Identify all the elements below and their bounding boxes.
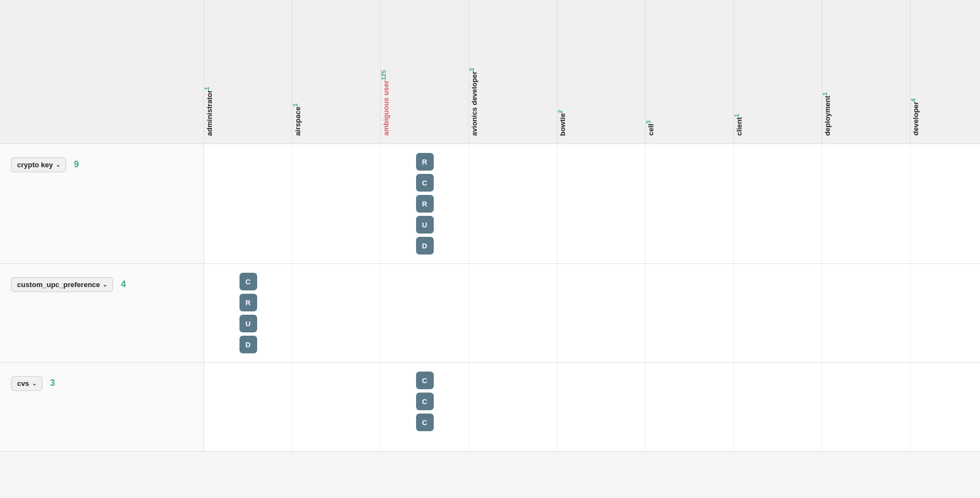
crud-badge-R: R (416, 153, 434, 171)
column-headers: administrator1airspace1ambiguous user125… (204, 0, 980, 144)
cell-crypto_key-ambiguous_user: RCRUD (381, 144, 469, 263)
col-header-airspace: airspace1 (292, 0, 381, 144)
cell-crypto_key-developer (910, 144, 980, 263)
data-cells-custom_upc_preference: CRUD (204, 264, 980, 362)
row-label-btn-crypto_key[interactable]: crypto key ⌄ (11, 157, 66, 172)
col-label-deployment: deployment1 (822, 92, 831, 136)
cell-custom_upc_preference-administrator: CRUD (204, 264, 292, 362)
cell-crypto_key-cell (646, 144, 734, 263)
crud-badge-R: R (239, 294, 257, 311)
row-label-cell-custom_upc_preference: custom_upc_preference ⌄4 (0, 264, 204, 362)
crud-badge-R: R (416, 195, 434, 213)
cell-crypto_key-bowtie (557, 144, 646, 263)
col-label-cell: cell3 (646, 120, 654, 136)
cell-cvs-cell (646, 363, 734, 451)
main-table: administrator1airspace1ambiguous user125… (0, 0, 980, 498)
crud-badge-C: C (239, 273, 257, 290)
cell-custom_upc_preference-ambiguous_user (381, 264, 469, 362)
crud-badge-C: C (416, 174, 434, 192)
col-header-cell: cell3 (646, 0, 734, 144)
col-header-deployment: deployment1 (822, 0, 910, 144)
cell-custom_upc_preference-client (734, 264, 822, 362)
cell-custom_upc_preference-deployment (822, 264, 910, 362)
col-header-bowtie: bowtie2 (557, 0, 646, 144)
col-label-avionics_developer: avionics developer3 (469, 68, 478, 136)
row-count-custom_upc_preference: 4 (121, 277, 126, 289)
col-label-bowtie: bowtie2 (557, 110, 566, 136)
row-count-crypto_key: 9 (74, 157, 79, 169)
cell-crypto_key-airspace (292, 144, 381, 263)
cell-cvs-airspace (292, 363, 381, 451)
crud-badge-D: D (239, 336, 257, 353)
table-row-custom_upc_preference: custom_upc_preference ⌄4CRUD (0, 264, 980, 363)
row-label-btn-cvs[interactable]: cvs ⌄ (11, 376, 42, 391)
cell-custom_upc_preference-airspace (292, 264, 381, 362)
cell-custom_upc_preference-developer (910, 264, 980, 362)
crud-badge-C: C (416, 372, 434, 389)
crud-badge-C: C (416, 393, 434, 410)
col-header-avionics_developer: avionics developer3 (469, 0, 557, 144)
cell-crypto_key-deployment (822, 144, 910, 263)
row-label-cell-cvs: cvs ⌄3 (0, 363, 204, 451)
table-row-cvs: cvs ⌄3CCC (0, 363, 980, 452)
col-label-developer: developer4 (910, 98, 919, 136)
cell-custom_upc_preference-cell (646, 264, 734, 362)
cell-custom_upc_preference-avionics_developer (469, 264, 557, 362)
cell-custom_upc_preference-bowtie (557, 264, 646, 362)
col-label-administrator: administrator1 (204, 87, 213, 136)
cell-crypto_key-administrator (204, 144, 292, 263)
table-body: crypto key ⌄9RCRUDcustom_upc_preference … (0, 144, 980, 452)
cell-cvs-ambiguous_user: CCC (381, 363, 469, 451)
col-header-client: client1 (734, 0, 822, 144)
cell-cvs-administrator (204, 363, 292, 451)
cell-crypto_key-avionics_developer (469, 144, 557, 263)
col-label-client: client1 (734, 114, 743, 136)
col-label-ambiguous_user: ambiguous user125 (381, 70, 390, 136)
row-count-cvs: 3 (50, 376, 55, 388)
table-header: administrator1airspace1ambiguous user125… (0, 0, 980, 144)
crud-badge-D: D (416, 237, 434, 255)
cell-cvs-bowtie (557, 363, 646, 451)
col-label-airspace: airspace1 (292, 103, 301, 136)
cell-cvs-avionics_developer (469, 363, 557, 451)
table-row-crypto_key: crypto key ⌄9RCRUD (0, 144, 980, 264)
row-label-cell-crypto_key: crypto key ⌄9 (0, 144, 204, 263)
cell-cvs-deployment (822, 363, 910, 451)
cell-cvs-client (734, 363, 822, 451)
crud-badge-C: C (416, 414, 434, 431)
crud-badge-U: U (416, 216, 434, 234)
data-cells-cvs: CCC (204, 363, 980, 451)
col-header-administrator: administrator1 (204, 0, 292, 144)
corner-cell (0, 0, 204, 144)
cell-crypto_key-client (734, 144, 822, 263)
data-cells-crypto_key: RCRUD (204, 144, 980, 263)
col-header-ambiguous_user: ambiguous user125 (381, 0, 469, 144)
cell-cvs-developer (910, 363, 980, 451)
col-header-developer: developer4 (910, 0, 980, 144)
row-label-btn-custom_upc_preference[interactable]: custom_upc_preference ⌄ (11, 277, 113, 292)
crud-badge-U: U (239, 315, 257, 332)
